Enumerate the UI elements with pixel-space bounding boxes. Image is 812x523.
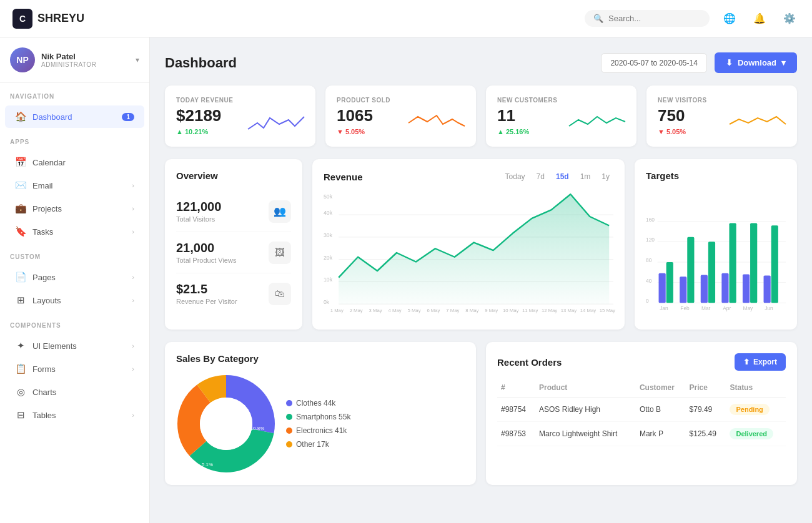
home-icon: 🏠 (15, 111, 26, 122)
cell-price: $125.49 (686, 422, 726, 446)
svg-text:0k: 0k (324, 299, 330, 305)
tab-15d[interactable]: 15d (552, 170, 573, 183)
bottom-row: Sales By Category 28.0% 10.8% 5.1% (165, 342, 797, 485)
search-box[interactable]: 🔍 (585, 10, 710, 27)
stat-value: 750 (658, 106, 686, 125)
cell-product: ASOS Ridley High (535, 398, 636, 422)
topnav-icons: 🌐 🔔 ⚙️ (720, 9, 800, 29)
overview-title: Overview (176, 170, 291, 181)
date-range[interactable]: 2020-05-07 to 2020-05-14 (601, 53, 706, 73)
donut-chart: 28.0% 10.8% 5.1% (176, 374, 276, 474)
sidebar-item-dashboard[interactable]: 🏠 Dashboard 1 (5, 105, 144, 128)
svg-text:Feb: Feb (680, 305, 690, 311)
globe-icon[interactable]: 🌐 (720, 9, 740, 29)
stat-card-sold: PRODUCT SOLD 1065 ▼ 5.05% (325, 86, 476, 147)
svg-text:8 May: 8 May (465, 308, 478, 313)
svg-text:15 May: 15 May (600, 308, 615, 313)
page-header: Dashboard 2020-05-07 to 2020-05-14 ⬇ Dow… (165, 52, 797, 73)
sold-sparkline (408, 110, 465, 135)
svg-text:Mar: Mar (701, 305, 711, 311)
overview-value: $21.5 (176, 282, 237, 296)
revenue-sparkline (248, 110, 304, 135)
legend-item-clothes: Clothes 44k (286, 399, 350, 408)
col-id: # (497, 378, 535, 398)
sidebar-item-ui-elements[interactable]: ✦ UI Elements › (5, 335, 144, 357)
chevron-right-icon: › (132, 273, 134, 281)
sidebar-item-layouts[interactable]: ⊞ Layouts › (5, 289, 144, 311)
sidebar-item-label: Pages (32, 273, 126, 282)
sidebar-item-email[interactable]: ✉️ Email › (5, 174, 144, 197)
table-row: #98754 ASOS Ridley High Otto B $79.49 Pe… (497, 398, 786, 422)
tab-1y[interactable]: 1y (598, 170, 613, 183)
sidebar-item-tables[interactable]: ⊟ Tables › (5, 404, 144, 426)
sales-title: Sales By Category (176, 353, 465, 364)
forms-icon: 📋 (15, 363, 26, 374)
targets-chart: 0 40 80 120 160 (646, 191, 786, 316)
image-icon: 🖼 (269, 242, 291, 264)
overview-value: 21,000 (176, 241, 236, 255)
col-product: Product (535, 378, 636, 398)
download-button[interactable]: ⬇ Download ▾ (715, 52, 797, 73)
svg-text:40k: 40k (324, 210, 333, 216)
sidebar-item-label: Layouts (32, 296, 126, 305)
status-badge: Delivered (730, 428, 773, 439)
chevron-right-icon: › (132, 228, 134, 235)
svg-text:120: 120 (646, 237, 655, 243)
bookmark-icon: 🔖 (15, 226, 26, 237)
svg-text:6 May: 6 May (427, 308, 440, 313)
legend-item-electronics: Electronics 41k (286, 426, 350, 435)
stat-label: TODAY REVENUE (176, 97, 304, 104)
search-input[interactable] (608, 14, 701, 23)
legend-dot (286, 441, 292, 447)
svg-text:Apr: Apr (723, 305, 731, 311)
sidebar-item-charts[interactable]: ◎ Charts (5, 381, 144, 403)
col-price: Price (686, 378, 726, 398)
svg-rect-37 (659, 273, 666, 303)
svg-rect-39 (680, 276, 686, 303)
status-badge: Pending (730, 404, 769, 415)
topnav: C SHREYU 🔍 🌐 🔔 ⚙️ (0, 0, 812, 37)
svg-text:80: 80 (646, 257, 652, 263)
svg-marker-11 (339, 194, 609, 304)
sidebar-item-label: Forms (32, 364, 126, 374)
stat-value: 1065 (337, 106, 373, 125)
visitors-sparkline (730, 110, 786, 135)
svg-text:7 May: 7 May (446, 308, 459, 313)
nav-label-custom: CUSTOM (0, 243, 149, 265)
sidebar-item-forms[interactable]: 📋 Forms › (5, 358, 144, 380)
user-name: Nik Patel (41, 52, 129, 61)
sidebar-item-calendar[interactable]: 📅 Calendar (5, 151, 144, 174)
svg-text:11 May: 11 May (522, 308, 538, 313)
email-icon: ✉️ (15, 180, 26, 191)
legend-label: Clothes 44k (296, 399, 335, 408)
tab-1m[interactable]: 1m (577, 170, 595, 183)
download-icon: ⬇ (726, 58, 733, 67)
customers-sparkline (569, 110, 625, 135)
sidebar-item-label: Projects (32, 204, 126, 213)
svg-text:1 May: 1 May (330, 308, 344, 313)
gear-icon[interactable]: ⚙️ (780, 9, 800, 29)
svg-rect-41 (701, 275, 708, 303)
chevron-right-icon: › (132, 365, 134, 373)
cell-id: #98754 (497, 398, 535, 422)
sidebar-item-projects[interactable]: 💼 Projects › (5, 197, 144, 220)
svg-rect-45 (743, 275, 750, 303)
bell-icon[interactable]: 🔔 (750, 9, 770, 29)
export-button[interactable]: ⬆ Export (735, 353, 786, 371)
stat-card-revenue: TODAY REVENUE $2189 ▲ 10.21% (165, 86, 315, 147)
sidebar-item-pages[interactable]: 📄 Pages › (5, 266, 144, 288)
export-icon: ⬆ (743, 358, 750, 366)
svg-text:5 May: 5 May (407, 308, 420, 313)
legend-item-other: Other 17k (286, 440, 350, 449)
stat-label: PRODUCT SOLD (337, 97, 465, 104)
user-chevron-icon[interactable]: ▾ (136, 56, 139, 64)
tab-7d[interactable]: 7d (533, 170, 548, 183)
sales-card: Sales By Category 28.0% 10.8% 5.1% (165, 342, 476, 485)
sidebar-item-tasks[interactable]: 🔖 Tasks › (5, 220, 144, 243)
svg-rect-48 (771, 225, 778, 303)
nav-label-components: COMPONENTS (0, 312, 149, 334)
sidebar-item-label: Tasks (32, 227, 126, 237)
svg-text:2 May: 2 May (350, 308, 363, 313)
tab-today[interactable]: Today (502, 170, 529, 183)
svg-rect-42 (708, 242, 715, 303)
